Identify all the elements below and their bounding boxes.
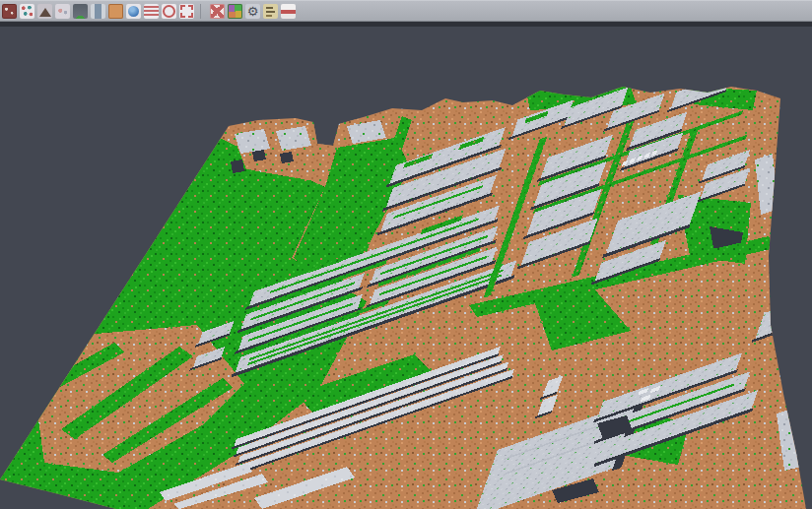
map-notes-icon[interactable] [263,4,278,19]
gear-icon[interactable] [245,4,260,19]
rainbow-field-icon[interactable] [228,4,242,19]
scatter-points-icon[interactable] [20,4,34,19]
green-hill-icon[interactable] [73,4,88,19]
red-ring-icon[interactable] [162,4,176,19]
globe-icon[interactable] [126,4,141,19]
red-lines-icon[interactable] [144,4,159,19]
shadow-spot [280,152,294,163]
shadow-spot [231,159,244,173]
flag-icon[interactable] [281,4,296,19]
faint-points-icon[interactable] [55,4,70,19]
red-cross-icon[interactable] [210,4,225,19]
viewport-3d[interactable] [0,0,812,509]
toolbar-separator [200,4,207,19]
mountain-icon[interactable] [37,4,52,19]
shadow-spot [252,150,266,161]
plugin-toolbar [0,0,812,22]
terrain-patch-icon[interactable] [2,4,17,19]
selection-brackets-icon[interactable] [179,4,194,19]
orange-square-icon[interactable] [108,4,123,19]
window-frame-line [0,22,812,27]
column-icon[interactable] [91,4,105,19]
app-window [0,0,812,509]
